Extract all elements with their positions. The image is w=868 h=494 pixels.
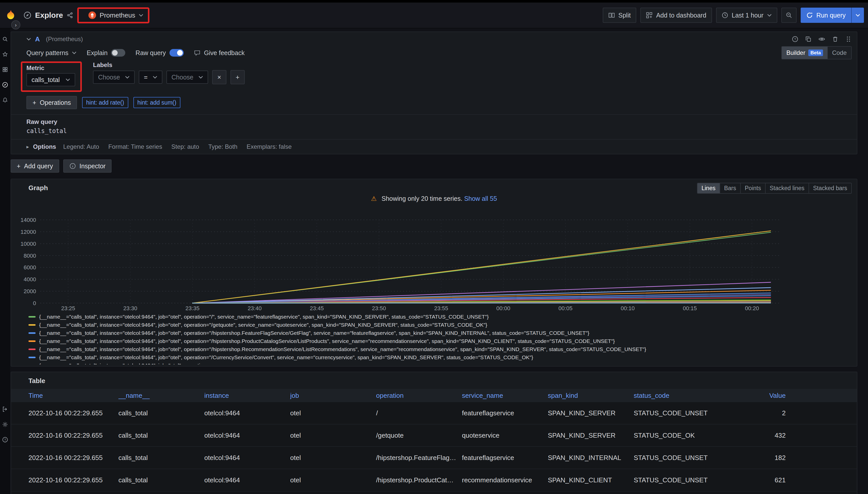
table-column-header[interactable]: job bbox=[290, 392, 376, 400]
code-label: Code bbox=[832, 49, 847, 56]
table-cell: featureflagservice bbox=[462, 409, 548, 417]
zoom-out-button[interactable] bbox=[781, 7, 797, 23]
svg-text:00:20: 00:20 bbox=[745, 305, 759, 311]
grafana-logo[interactable] bbox=[5, 10, 16, 21]
graph-style-stacked-lines[interactable]: Stacked lines bbox=[765, 183, 809, 193]
sign-in-icon[interactable] bbox=[0, 402, 10, 417]
help-icon[interactable]: ? bbox=[0, 432, 10, 447]
table-column-header[interactable]: service_name bbox=[462, 392, 548, 400]
legend-item[interactable]: {__name__="calls_total", instance="otelc… bbox=[29, 353, 857, 361]
add-query-label: Add query bbox=[24, 163, 53, 170]
legend-item[interactable]: {__name__="calls_total", instance="otelc… bbox=[29, 345, 857, 353]
add-label-button[interactable]: + bbox=[231, 70, 245, 84]
query-help-icon[interactable]: ? bbox=[792, 36, 798, 42]
chevron-down-icon bbox=[66, 78, 70, 81]
raw-query-toggle[interactable] bbox=[169, 49, 184, 57]
hide-query-eye-icon[interactable] bbox=[818, 36, 825, 43]
chevron-down-icon bbox=[125, 76, 130, 79]
table-column-header[interactable]: Value bbox=[720, 392, 857, 400]
raw-query-section: Raw query calls_total bbox=[11, 114, 857, 139]
dashboard-grid-icon bbox=[646, 12, 652, 19]
table-column-header[interactable]: status_code bbox=[634, 392, 720, 400]
split-label: Split bbox=[618, 12, 631, 19]
drag-handle-icon[interactable] bbox=[845, 36, 852, 42]
dashboards-icon[interactable] bbox=[0, 62, 10, 77]
graph-style-points[interactable]: Points bbox=[740, 183, 765, 193]
graph-style-bars[interactable]: Bars bbox=[720, 183, 740, 193]
table-cell: 2022-10-16 00:22:29.655 bbox=[11, 409, 119, 417]
graph-style-lines[interactable]: Lines bbox=[698, 183, 720, 193]
svg-text:00:15: 00:15 bbox=[683, 305, 697, 311]
inspector-button[interactable]: Inspector bbox=[63, 159, 112, 173]
collapse-caret-icon[interactable] bbox=[26, 38, 31, 41]
search-icon[interactable] bbox=[0, 32, 10, 47]
svg-text:12000: 12000 bbox=[21, 229, 36, 235]
chart-host: 0200040006000800010000120001400023:2523:… bbox=[11, 209, 857, 311]
table-column-header[interactable]: span_kind bbox=[548, 392, 634, 400]
table-cell: otel bbox=[290, 432, 376, 439]
sidebar-expand-button[interactable]: › bbox=[11, 20, 20, 30]
duplicate-query-icon[interactable] bbox=[805, 36, 812, 42]
series-limit-warning: ⚠ Showing only 20 time series. Show all … bbox=[11, 195, 857, 204]
explain-toggle[interactable] bbox=[111, 49, 125, 57]
run-query-dropdown[interactable] bbox=[851, 7, 864, 23]
legend-item[interactable]: {__name__="calls_total", instance="otelc… bbox=[29, 361, 857, 364]
table-cell: STATUS_CODE_OK bbox=[634, 432, 720, 439]
run-query-button[interactable]: Run query bbox=[801, 7, 864, 23]
share-icon[interactable] bbox=[67, 12, 73, 19]
split-button[interactable]: Split bbox=[603, 7, 636, 23]
table-cell: STATUS_CODE_UNSET bbox=[634, 476, 720, 484]
svg-text:8000: 8000 bbox=[24, 252, 36, 259]
label-value-select[interactable]: Choose bbox=[166, 71, 208, 84]
datasource-picker[interactable]: Prometheus bbox=[84, 9, 148, 22]
svg-text:14000: 14000 bbox=[21, 217, 36, 223]
raw-query-value: calls_total bbox=[26, 128, 850, 135]
metric-select[interactable]: calls_total bbox=[26, 73, 75, 86]
label-name-select[interactable]: Choose bbox=[93, 71, 135, 84]
table-cell: 432 bbox=[720, 432, 857, 439]
legend-item[interactable]: {__name__="calls_total", instance="otelc… bbox=[29, 337, 857, 345]
query-hint-button[interactable]: hint: add sum() bbox=[133, 97, 180, 108]
options-row[interactable]: ▸ Options Legend: AutoFormat: Time serie… bbox=[11, 139, 857, 154]
remove-query-trash-icon[interactable] bbox=[832, 36, 838, 42]
table-cell: calls_total bbox=[119, 454, 204, 462]
table-cell: recommendationservice bbox=[462, 476, 548, 484]
query-hint-button[interactable]: hint: add rate() bbox=[82, 97, 128, 108]
svg-text:00:10: 00:10 bbox=[621, 305, 635, 311]
add-to-dashboard-button[interactable]: Add to dashboard bbox=[640, 7, 712, 23]
plus-icon: + bbox=[33, 99, 36, 106]
legend-series-color bbox=[29, 340, 36, 342]
table-column-header[interactable]: instance bbox=[204, 392, 290, 400]
query-patterns-dropdown[interactable]: Query patterns bbox=[26, 49, 76, 57]
add-query-button[interactable]: + Add query bbox=[11, 159, 59, 173]
legend-item[interactable]: {__name__="calls_total", instance="otelc… bbox=[29, 313, 857, 321]
table-cell: calls_total bbox=[119, 476, 204, 484]
label-operator-select[interactable]: = bbox=[139, 71, 162, 84]
show-all-series-link[interactable]: Show all 55 bbox=[464, 195, 497, 202]
operations-button[interactable]: + Operations bbox=[26, 96, 77, 109]
legend-item[interactable]: {__name__="calls_total", instance="otelc… bbox=[29, 321, 857, 329]
sync-icon bbox=[806, 12, 813, 19]
give-feedback-link[interactable]: Give feedback bbox=[194, 49, 245, 57]
star-icon[interactable] bbox=[0, 47, 10, 62]
table-column-header[interactable]: __name__ bbox=[119, 392, 204, 400]
time-series-chart[interactable]: 0200040006000800010000120001400023:2523:… bbox=[11, 209, 857, 311]
code-mode-button[interactable]: Code bbox=[828, 47, 851, 59]
table-cell: 182 bbox=[720, 454, 857, 462]
table-cell: 2 bbox=[720, 409, 857, 417]
alerting-bell-icon[interactable] bbox=[0, 92, 10, 108]
explore-nav-icon[interactable] bbox=[0, 77, 10, 92]
graph-style-stacked-bars[interactable]: Stacked bars bbox=[809, 183, 851, 193]
settings-gear-icon[interactable] bbox=[0, 417, 10, 432]
time-range-picker[interactable]: Last 1 hour bbox=[716, 7, 777, 23]
builder-mode-button[interactable]: Builder Beta bbox=[782, 47, 828, 59]
raw-query-toggle-group: Raw query bbox=[135, 49, 184, 57]
legend-series-color bbox=[29, 324, 36, 326]
table-column-header[interactable]: Time bbox=[11, 392, 119, 400]
options-label: Options bbox=[33, 143, 56, 150]
remove-label-button[interactable]: × bbox=[212, 70, 227, 84]
svg-text:2000: 2000 bbox=[24, 288, 36, 294]
table-column-header[interactable]: operation bbox=[376, 392, 462, 400]
query-editor-toolbar: Query patterns Explain Raw query bbox=[11, 45, 857, 59]
legend-item[interactable]: {__name__="calls_total", instance="otelc… bbox=[29, 329, 857, 337]
